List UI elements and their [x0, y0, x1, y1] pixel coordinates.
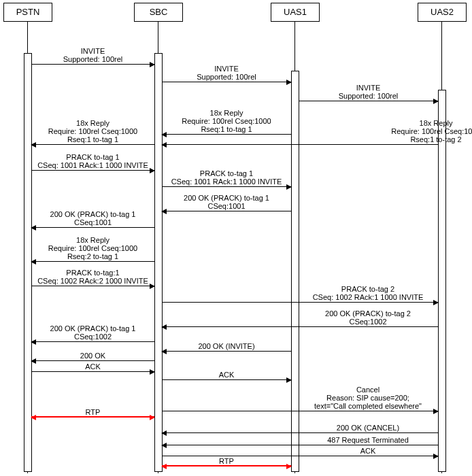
msg-text: ACK	[31, 362, 154, 371]
msg-text: 487 Request Terminated	[230, 436, 472, 444]
msg-18x-uas2-sbc: 18x Reply Require: 100rel Cseq:1000 Rseq…	[162, 144, 438, 145]
msg-text: Supported: 100rel	[299, 92, 438, 100]
msg-text: Require: 100rel Cseq:1000	[31, 244, 154, 252]
msg-text: 200 OK (INVITE)	[162, 342, 291, 350]
msg-text: ACK	[230, 447, 472, 455]
msg-invite-3: INVITE Supported: 100rel	[299, 101, 438, 101]
msg-text: CSeq: 1002 RAck:1 1000 INVITE	[230, 293, 472, 301]
msg-200-ok: 200 OK	[31, 360, 154, 361]
msg-text: Rseq:1 to-tag 1	[162, 125, 291, 133]
msg-text: 200 OK (PRACK) to-tag 2	[230, 309, 472, 318]
msg-18x-uas1-sbc: 18x Reply Require: 100rel Cseq:1000 Rseq…	[162, 134, 291, 135]
msg-text: CSeq: 1002 RAck:2 1000 INVITE	[31, 277, 154, 285]
msg-text: 200 OK (CANCEL)	[230, 424, 472, 432]
msg-text: CSeq:1001	[162, 202, 291, 210]
msg-invite-2: INVITE Supported: 100rel	[162, 82, 291, 82]
msg-text: ACK	[162, 371, 291, 379]
msg-200-cancel: 200 OK (CANCEL)	[162, 432, 438, 433]
actor-uas2: UAS2	[418, 3, 467, 22]
msg-text: Supported: 100rel	[162, 73, 291, 81]
msg-prack-3: PRACK to-tag:1 CSeq: 1002 RAck:2 1000 IN…	[31, 286, 154, 286]
msg-text: 200 OK (PRACK) to-tag 1	[31, 210, 154, 218]
msg-rtp-2: RTP	[162, 465, 291, 466]
msg-ack-1: ACK	[31, 371, 154, 372]
msg-rtp-1: RTP	[31, 416, 154, 418]
msg-text: Require: 100rel Cseq:1000	[31, 127, 154, 135]
msg-text: CSeq:1002	[31, 333, 154, 341]
msg-text: Require: 100rel Cseq:1000	[162, 117, 291, 125]
msg-text: 18x Reply	[31, 119, 154, 127]
msg-invite-1: INVITE Supported: 100rel	[31, 64, 154, 65]
msg-ack-3: ACK	[162, 456, 438, 456]
msg-text: Rseq:2 to-tag 1	[31, 252, 154, 260]
msg-200-prack-2: 200 OK (PRACK) to-tag 1 CSeq:1002	[31, 341, 154, 342]
msg-200-prack-uas1: 200 OK (PRACK) to-tag 1 CSeq:1001	[162, 211, 291, 211]
sequence-diagram: PSTN SBC UAS1 UAS2 INVITE Supported: 100…	[0, 0, 472, 476]
msg-200-prack-1: 200 OK (PRACK) to-tag 1 CSeq:1001	[31, 227, 154, 228]
msg-text: 18x Reply	[31, 236, 154, 244]
msg-text: CSeq:1001	[31, 218, 154, 226]
msg-text: INVITE	[31, 47, 154, 55]
msg-text: 200 OK (PRACK) to-tag 1	[162, 194, 291, 202]
msg-text: Supported: 100rel	[31, 55, 154, 63]
msg-text: CSeq: 1001 RAck:1 1000 INVITE	[162, 177, 291, 186]
msg-text: PRACK to-tag 1	[31, 153, 154, 161]
msg-text: 18x Reply	[162, 109, 291, 117]
msg-200-invite: 200 OK (INVITE)	[162, 351, 291, 352]
activation-uas2	[438, 90, 446, 472]
msg-text: Rseq:1 to-tag 1	[31, 135, 154, 143]
msg-text: RTP	[31, 408, 154, 416]
msg-text: Reason: SIP cause=200;	[230, 394, 472, 402]
msg-text: Require: 100rel Cseq:1000	[298, 127, 472, 135]
msg-text: 200 OK (PRACK) to-tag 1	[31, 324, 154, 333]
msg-text: text="Call completed elsewhere"	[230, 402, 472, 410]
msg-text: Cancel	[230, 386, 472, 394]
msg-text: 200 OK	[31, 352, 154, 360]
msg-text: RTP	[162, 457, 291, 465]
msg-text: CSeq: 1001 RAck:1 1000 INVITE	[31, 161, 154, 169]
actor-pstn: PSTN	[3, 3, 52, 22]
msg-prack-4: PRACK to-tag 2 CSeq: 1002 RAck:1 1000 IN…	[162, 302, 438, 303]
msg-text: CSeq:1002	[230, 318, 472, 326]
msg-18x-sbc-pstn-2: 18x Reply Require: 100rel Cseq:1000 Rseq…	[31, 261, 154, 262]
msg-text: INVITE	[162, 65, 291, 73]
msg-text: PRACK to-tag 2	[230, 285, 472, 293]
msg-text: PRACK to-tag 1	[162, 169, 291, 177]
msg-text: INVITE	[299, 84, 438, 92]
msg-cancel: Cancel Reason: SIP cause=200; text="Call…	[162, 411, 438, 411]
msg-text: Rseq:1 to-tag 2	[298, 135, 472, 143]
actor-sbc: SBC	[134, 3, 183, 22]
msg-text: 18x Reply	[298, 119, 472, 127]
actor-uas1: UAS1	[271, 3, 320, 22]
msg-200-prack-uas2: 200 OK (PRACK) to-tag 2 CSeq:1002	[162, 326, 438, 327]
msg-prack-2: PRACK to-tag 1 CSeq: 1001 RAck:1 1000 IN…	[162, 186, 291, 187]
msg-text: PRACK to-tag:1	[31, 269, 154, 277]
msg-487: 487 Request Terminated	[162, 445, 438, 445]
msg-prack-1: PRACK to-tag 1 CSeq: 1001 RAck:1 1000 IN…	[31, 170, 154, 171]
msg-ack-2: ACK	[162, 379, 291, 380]
msg-18x-sbc-pstn-1: 18x Reply Require: 100rel Cseq:1000 Rseq…	[31, 144, 154, 145]
